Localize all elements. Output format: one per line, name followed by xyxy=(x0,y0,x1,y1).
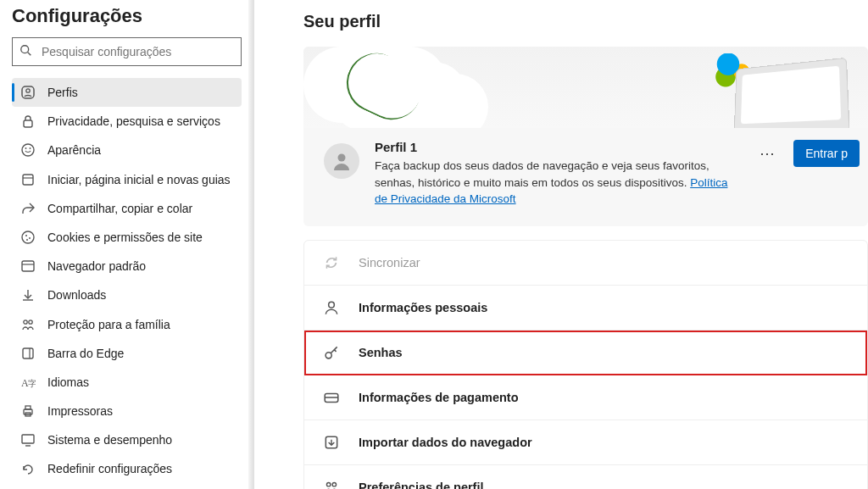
sidebar-item-browser[interactable]: Navegador padrão xyxy=(12,252,242,281)
download-icon xyxy=(20,287,36,303)
sidebar-item-label: Idiomas xyxy=(47,375,89,390)
sidebar-item-share[interactable]: Compartilhar, copiar e colar xyxy=(12,194,242,223)
family-icon xyxy=(20,317,36,332)
page-title: Seu perfil xyxy=(303,0,868,47)
sidebar-item-label: Privacidade, pesquisa e serviços xyxy=(47,114,220,129)
sidebar-item-label: Barra do Edge xyxy=(47,346,124,361)
settings-item-sync: Sincronizar xyxy=(304,241,867,286)
settings-item-label: Sincronizar xyxy=(359,256,420,270)
profile-text: Perfil 1 Faça backup dos seus dados de n… xyxy=(375,140,739,208)
sidebar-item-label: Compartilhar, copiar e colar xyxy=(47,201,192,216)
sidebar-item-appearance[interactable]: Aparência xyxy=(12,136,242,164)
settings-item-card[interactable]: Informações de pagamento xyxy=(304,375,867,420)
key-icon xyxy=(323,344,340,361)
settings-item-label: Importar dados do navegador xyxy=(359,436,532,449)
sidebar-item-label: Navegador padrão xyxy=(47,258,146,274)
sidebar-item-profile[interactable]: Perfis xyxy=(12,78,242,107)
hero-illustration xyxy=(303,47,868,128)
search-container[interactable] xyxy=(12,37,242,66)
avatar xyxy=(324,143,359,179)
reset-icon xyxy=(20,462,36,477)
settings-sidebar: Configurações PerfisPrivacidade, pesquis… xyxy=(0,0,254,489)
system-icon xyxy=(20,432,36,447)
sidebar-nav: PerfisPrivacidade, pesquisa e serviçosAp… xyxy=(12,78,242,489)
more-options-button[interactable]: ⋯ xyxy=(754,141,782,166)
import-icon xyxy=(323,434,340,451)
sidebar-item-label: Impressoras xyxy=(47,403,113,419)
settings-item-person[interactable]: Informações pessoais xyxy=(304,286,867,331)
profile-description-text: Faça backup dos seus dados de navegação … xyxy=(375,159,709,189)
sidebar-title: Configurações xyxy=(12,0,242,37)
person-icon xyxy=(323,299,340,316)
search-icon xyxy=(19,44,33,60)
sidebar-item-label: Perfis xyxy=(47,85,78,100)
sidebar-item-label: Proteção para a família xyxy=(47,317,170,332)
card-icon xyxy=(323,389,340,406)
sidebar-item-language[interactable]: Idiomas xyxy=(12,368,242,397)
sidebar-item-edgebar[interactable]: Barra do Edge xyxy=(12,339,242,368)
sidebar-item-label: Sistema e desempenho xyxy=(47,432,172,447)
sidebar-item-start[interactable]: Iniciar, página inicial e novas guias xyxy=(12,165,242,194)
sidebar-item-printer[interactable]: Impressoras xyxy=(12,397,242,425)
profile-hero: Perfil 1 Faça backup dos seus dados de n… xyxy=(303,47,868,226)
sidebar-item-label: Aparência xyxy=(47,142,101,158)
settings-item-label: Senhas xyxy=(359,346,403,359)
profile-row: Perfil 1 Faça backup dos seus dados de n… xyxy=(303,128,868,226)
profile-actions: ⋯ Entrar p xyxy=(754,140,860,167)
profile-settings-list: SincronizarInformações pessoaisSenhasInf… xyxy=(303,240,868,489)
profile-description: Faça backup dos seus dados de navegação … xyxy=(375,158,739,208)
share-icon xyxy=(20,201,36,216)
sidebar-item-reset[interactable]: Redefinir configurações xyxy=(12,454,242,483)
sign-in-button[interactable]: Entrar p xyxy=(793,140,860,167)
profile-icon xyxy=(20,85,36,100)
browser-icon xyxy=(20,258,36,274)
sidebar-item-system[interactable]: Sistema e desempenho xyxy=(12,425,242,454)
sidebar-item-label: Downloads xyxy=(47,287,106,303)
appearance-icon xyxy=(20,142,36,158)
edgebar-icon xyxy=(20,346,36,361)
sidebar-item-label: Iniciar, página inicial e novas guias xyxy=(47,172,231,187)
lock-icon xyxy=(20,114,36,129)
main-content: Seu perfil Perfil 1 Faça backup dos seus… xyxy=(254,0,868,489)
settings-item-prefs[interactable]: Preferências de perfil xyxy=(304,465,867,489)
cookie-icon xyxy=(20,230,36,245)
start-icon xyxy=(20,172,36,187)
printer-icon xyxy=(20,403,36,419)
sidebar-item-family[interactable]: Proteção para a família xyxy=(12,310,242,339)
prefs-icon xyxy=(323,479,340,489)
settings-item-label: Informações de pagamento xyxy=(359,391,519,404)
sidebar-item-cookie[interactable]: Cookies e permissões de site xyxy=(12,223,242,252)
profile-name: Perfil 1 xyxy=(375,140,739,154)
laptop-illustration xyxy=(734,58,850,128)
settings-item-import[interactable]: Importar dados do navegador xyxy=(304,420,867,465)
settings-item-label: Informações pessoais xyxy=(359,301,487,314)
sidebar-item-lock[interactable]: Privacidade, pesquisa e serviços xyxy=(12,107,242,136)
sidebar-item-label: Cookies e permissões de site xyxy=(47,230,203,245)
language-icon xyxy=(20,375,36,390)
sidebar-item-label: Redefinir configurações xyxy=(47,461,172,476)
sync-icon xyxy=(323,254,340,271)
settings-item-key[interactable]: Senhas xyxy=(304,331,867,375)
settings-item-label: Preferências de perfil xyxy=(359,481,484,489)
sidebar-item-download[interactable]: Downloads xyxy=(12,281,242,309)
sidebar-item-phone[interactable]: Telefone e outros dispositivos xyxy=(12,484,242,489)
search-input[interactable] xyxy=(33,45,234,58)
